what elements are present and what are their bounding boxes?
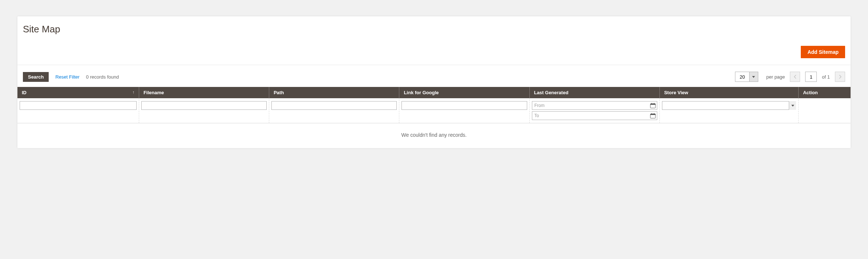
svg-rect-2 <box>651 103 652 104</box>
page-size-input[interactable] <box>735 72 750 82</box>
reset-filter-button[interactable]: Reset Filter <box>55 74 79 80</box>
filter-store-view-select[interactable] <box>662 101 796 110</box>
col-header-path[interactable]: Path <box>269 87 399 98</box>
svg-rect-1 <box>650 104 655 105</box>
col-header-id[interactable]: ID ↑ <box>17 87 139 98</box>
caret-down-icon <box>752 76 755 78</box>
page-size-control <box>735 72 758 82</box>
svg-rect-7 <box>654 113 654 114</box>
sort-asc-icon: ↑ <box>132 90 134 94</box>
filter-date-from-input[interactable] <box>532 101 657 110</box>
calendar-icon[interactable] <box>650 103 656 108</box>
grid-controls: Search Reset Filter 0 records found per … <box>17 65 851 87</box>
page-container: Site Map Add Sitemap Search Reset Filter… <box>17 16 851 148</box>
calendar-icon[interactable] <box>650 113 656 119</box>
pager-of-label: of 1 <box>822 74 830 80</box>
grid-controls-left: Search Reset Filter 0 records found <box>23 72 119 82</box>
filter-path-input[interactable] <box>271 101 397 110</box>
chevron-left-icon <box>794 75 796 79</box>
per-page-label: per page <box>766 74 785 80</box>
search-button[interactable]: Search <box>23 72 49 82</box>
col-header-action: Action <box>799 87 851 98</box>
filter-date-to-input[interactable] <box>532 111 657 120</box>
grid-controls-right: per page of 1 <box>735 72 845 82</box>
records-found-label: 0 records found <box>86 74 119 80</box>
filter-row <box>17 98 851 123</box>
svg-rect-5 <box>650 114 655 115</box>
pager-next-button[interactable] <box>835 72 845 82</box>
filter-id-input[interactable] <box>20 101 137 110</box>
pager-prev-button[interactable] <box>790 72 800 82</box>
chevron-right-icon <box>839 75 841 79</box>
table-header-row: ID ↑ Filename Path Link for Google Last … <box>17 87 851 98</box>
sitemap-grid-table: ID ↑ Filename Path Link for Google Last … <box>17 87 851 144</box>
no-records-message: We couldn't find any records. <box>17 123 851 144</box>
page-header: Site Map <box>17 16 851 35</box>
svg-rect-6 <box>651 113 652 114</box>
filter-filename-input[interactable] <box>141 101 267 110</box>
col-header-last-generated[interactable]: Last Generated <box>529 87 659 98</box>
pager-current-input[interactable] <box>805 72 817 82</box>
no-records-row: We couldn't find any records. <box>17 123 851 145</box>
col-header-link[interactable]: Link for Google <box>399 87 529 98</box>
col-header-id-label: ID <box>22 90 27 95</box>
page-title: Site Map <box>23 24 845 35</box>
col-header-filename[interactable]: Filename <box>139 87 269 98</box>
add-sitemap-button[interactable]: Add Sitemap <box>801 46 845 58</box>
filter-link-input[interactable] <box>401 101 527 110</box>
col-header-store-view[interactable]: Store View <box>659 87 798 98</box>
page-size-dropdown[interactable] <box>750 72 758 82</box>
toolbar-top: Add Sitemap <box>17 35 851 65</box>
svg-rect-3 <box>654 103 654 104</box>
